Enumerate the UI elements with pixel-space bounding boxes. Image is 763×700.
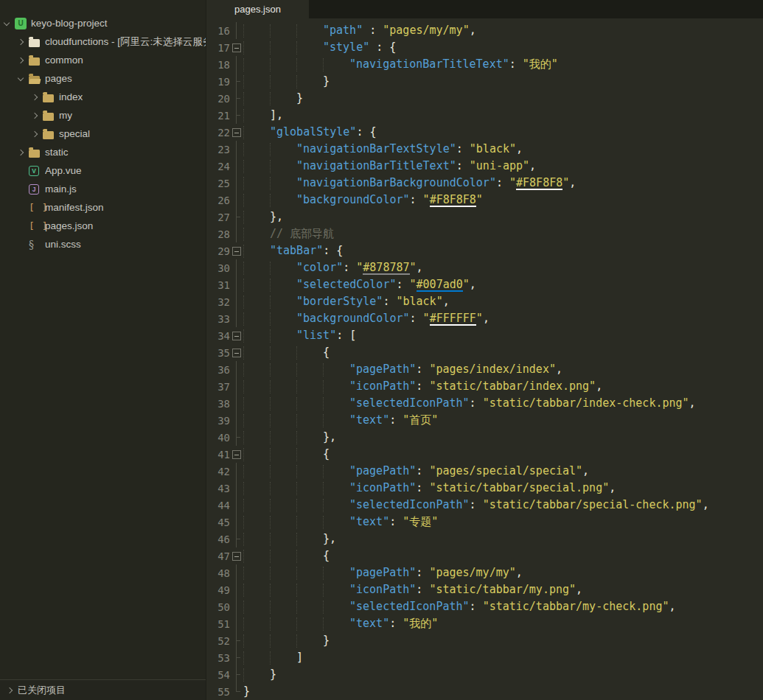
fold-toggle-icon[interactable]: [230, 124, 243, 141]
line-number: 23: [209, 144, 230, 155]
tree-item[interactable]: [ ]manifest.json: [0, 198, 206, 217]
editor-area: pages.json 16"path" : "pages/my/my",17"s…: [206, 0, 763, 700]
tree-item[interactable]: VApp.vue: [0, 161, 206, 180]
code-line[interactable]: 20}: [206, 90, 763, 107]
tree-item[interactable]: static: [0, 143, 206, 161]
chevron-down-icon[interactable]: [3, 22, 15, 25]
code-line[interactable]: 22"globalStyle": {: [206, 124, 763, 141]
code-line[interactable]: 53]: [206, 649, 763, 666]
chevron-down-icon[interactable]: [17, 77, 29, 80]
tree-item-label: static: [45, 147, 69, 158]
fold-guide: [230, 56, 243, 73]
code-line[interactable]: 51"text": "我的": [206, 615, 763, 632]
code-editor[interactable]: 16"path" : "pages/my/my",17"style" : {18…: [206, 18, 763, 700]
line-number: 25: [209, 178, 230, 189]
code-text: "selectedIconPath": "static/tabbar/my-ch…: [243, 598, 676, 615]
code-line[interactable]: 35{: [206, 344, 763, 361]
folder-icon: [29, 57, 40, 66]
code-line[interactable]: 17"style" : {: [206, 39, 763, 56]
code-line[interactable]: 31"selectedColor": "#007ad0",: [206, 276, 763, 293]
code-line[interactable]: 43"iconPath": "static/tabbar/special.png…: [206, 480, 763, 497]
tree-item[interactable]: cloudfunctions - [阿里云:未选择云服务空: [0, 32, 206, 51]
code-line[interactable]: 49"iconPath": "static/tabbar/my.png",: [206, 581, 763, 598]
fold-guide: [230, 514, 243, 531]
fold-guide: [230, 73, 243, 90]
tree-item[interactable]: Ukeyo-blog-project: [0, 14, 206, 32]
code-line[interactable]: 30"color": "#878787",: [206, 259, 763, 276]
code-line[interactable]: 28// 底部导航: [206, 225, 763, 242]
chevron-right-icon[interactable]: [17, 150, 29, 155]
code-text: "style" : {: [243, 39, 396, 56]
code-text: "iconPath": "static/tabbar/special.png",: [243, 480, 616, 497]
code-line[interactable]: 21],: [206, 107, 763, 124]
fold-toggle-icon[interactable]: [230, 344, 243, 361]
line-number: 19: [209, 76, 230, 88]
tree-item[interactable]: common: [0, 51, 206, 69]
code-text: "tabBar": {: [243, 242, 343, 259]
fold-toggle-icon[interactable]: [230, 242, 243, 259]
code-line[interactable]: 26"backgroundColor": "#F8F8F8": [206, 192, 763, 209]
code-text: "pagePath": "pages/special/special",: [243, 463, 589, 480]
fold-toggle-icon[interactable]: [230, 39, 243, 56]
code-text: "backgroundColor": "#F8F8F8": [243, 192, 483, 209]
chevron-right-icon[interactable]: [31, 113, 43, 118]
code-line[interactable]: 41{: [206, 446, 763, 463]
code-line[interactable]: 19}: [206, 73, 763, 90]
fold-guide: [230, 175, 243, 192]
chevron-right-icon[interactable]: [31, 132, 43, 136]
fold-guide: [230, 225, 243, 242]
code-line[interactable]: 40},: [206, 429, 763, 446]
code-text: "pagePath": "pages/index/index",: [243, 361, 562, 378]
code-line[interactable]: 23"navigationBarTextStyle": "black",: [206, 141, 763, 158]
tree-item[interactable]: [ ]pages.json: [0, 217, 206, 235]
code-text: "globalStyle": {: [243, 124, 377, 141]
code-line[interactable]: 46},: [206, 531, 763, 547]
tree-item[interactable]: special: [0, 125, 206, 143]
fold-guide: [230, 209, 243, 225]
code-line[interactable]: 38"selectedIconPath": "static/tabbar/ind…: [206, 395, 763, 412]
code-line[interactable]: 54}: [206, 666, 763, 683]
fold-toggle-icon[interactable]: [230, 547, 243, 564]
code-line[interactable]: 48"pagePath": "pages/my/my",: [206, 564, 763, 581]
code-line[interactable]: 50"selectedIconPath": "static/tabbar/my-…: [206, 598, 763, 615]
code-line[interactable]: 55}: [206, 683, 763, 700]
code-text: "selectedIconPath": "static/tabbar/speci…: [243, 497, 709, 514]
tree-item[interactable]: index: [0, 88, 206, 106]
code-line[interactable]: 27},: [206, 209, 763, 225]
fold-toggle-icon[interactable]: [230, 446, 243, 463]
code-line[interactable]: 29"tabBar": {: [206, 242, 763, 259]
fold-toggle-icon[interactable]: [230, 327, 243, 344]
code-line[interactable]: 34"list": [: [206, 327, 763, 344]
code-line[interactable]: 45"text": "专题": [206, 514, 763, 531]
code-line[interactable]: 47{: [206, 547, 763, 564]
code-line[interactable]: 36"pagePath": "pages/index/index",: [206, 361, 763, 378]
color-value: #878787: [363, 262, 409, 275]
code-line[interactable]: 37"iconPath": "static/tabbar/index.png",: [206, 378, 763, 395]
code-line[interactable]: 42"pagePath": "pages/special/special",: [206, 463, 763, 480]
code-line[interactable]: 24"navigationBarTitleText": "uni-app",: [206, 158, 763, 175]
code-line[interactable]: 33"backgroundColor": "#FFFFFF",: [206, 310, 763, 327]
tree-item[interactable]: §uni.scss: [0, 235, 206, 253]
fold-guide: [230, 158, 243, 175]
tree-item[interactable]: Jmain.js: [0, 180, 206, 198]
chevron-right-icon[interactable]: [31, 95, 43, 99]
code-line[interactable]: 44"selectedIconPath": "static/tabbar/spe…: [206, 497, 763, 514]
code-line[interactable]: 32"borderStyle": "black",: [206, 293, 763, 310]
tree-item[interactable]: my: [0, 106, 206, 125]
code-line[interactable]: 18"navigationBarTitleText": "我的": [206, 56, 763, 73]
code-line[interactable]: 25"navigationBarBackgroundColor": "#F8F8…: [206, 175, 763, 192]
code-line[interactable]: 52}: [206, 632, 763, 649]
js-file-icon: J: [29, 184, 39, 195]
line-number: 24: [209, 161, 230, 172]
closed-projects-section[interactable]: 已关闭项目: [0, 679, 206, 700]
code-line[interactable]: 16"path" : "pages/my/my",: [206, 22, 763, 39]
line-number: 50: [209, 601, 230, 613]
fold-guide: [230, 22, 243, 39]
code-line[interactable]: 39"text": "首页": [206, 412, 763, 429]
tab-pages-json[interactable]: pages.json: [206, 0, 309, 18]
fold-guide: [230, 649, 243, 666]
fold-guide: [230, 564, 243, 581]
tree-item[interactable]: pages: [0, 69, 206, 88]
chevron-right-icon[interactable]: [17, 58, 29, 63]
chevron-right-icon[interactable]: [17, 40, 29, 44]
